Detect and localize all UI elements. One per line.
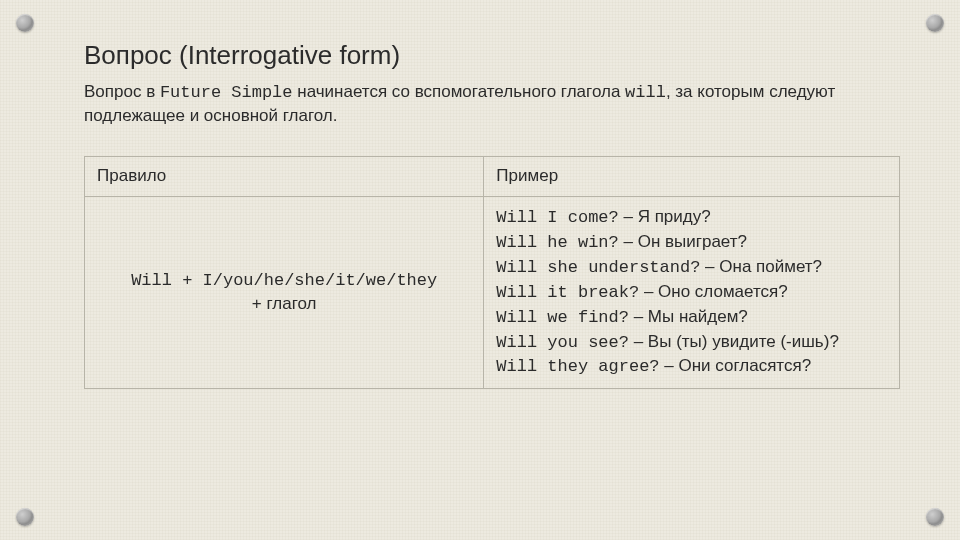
example-line: Will you see? – Вы (ты) увидите (-ишь)? [496, 331, 887, 355]
page-title: Вопрос (Interrogative form) [84, 40, 900, 71]
corner-pin-br [926, 508, 944, 526]
intro-paragraph: Вопрос в Future Simple начинается со всп… [84, 81, 900, 128]
intro-text-2: начинается со вспомогательного глагола [293, 82, 626, 101]
example-trans: – Оно сломается? [639, 282, 788, 301]
table-row: Will + I/you/he/she/it/we/they + глагол … [85, 196, 900, 389]
rule-line-2: + глагол [252, 294, 317, 313]
example-trans: – Я приду? [619, 207, 711, 226]
corner-pin-tl [16, 14, 34, 32]
intro-future-simple: Future Simple [160, 83, 293, 102]
example-mono: Will you see? [496, 333, 629, 352]
rule-line-1: Will + I/you/he/she/it/we/they [131, 271, 437, 290]
intro-will: will [625, 83, 666, 102]
corner-pin-bl [16, 508, 34, 526]
table-header-row: Правило Пример [85, 156, 900, 196]
example-mono: Will I come? [496, 208, 618, 227]
example-mono: Will she understand? [496, 258, 700, 277]
corner-pin-tr [926, 14, 944, 32]
example-mono: Will he win? [496, 233, 618, 252]
example-trans: – Мы найдем? [629, 307, 748, 326]
example-trans: – Он выиграет? [619, 232, 747, 251]
example-trans: – Вы (ты) увидите (-ишь)? [629, 332, 839, 351]
example-line: Will I come? – Я приду? [496, 206, 887, 230]
example-mono: Will they agree? [496, 357, 659, 376]
example-line: Will they agree? – Они согласятся? [496, 355, 887, 379]
example-line: Will we find? – Мы найдем? [496, 306, 887, 330]
header-example: Пример [484, 156, 900, 196]
example-mono: Will it break? [496, 283, 639, 302]
example-mono: Will we find? [496, 308, 629, 327]
example-trans: – Она поймет? [700, 257, 822, 276]
rule-cell: Will + I/you/he/she/it/we/they + глагол [85, 196, 484, 389]
example-cell: Will I come? – Я приду? Will he win? – О… [484, 196, 900, 389]
intro-text-1: Вопрос в [84, 82, 160, 101]
example-line: Will he win? – Он выиграет? [496, 231, 887, 255]
example-line: Will she understand? – Она поймет? [496, 256, 887, 280]
example-trans: – Они согласятся? [660, 356, 812, 375]
grammar-table: Правило Пример Will + I/you/he/she/it/we… [84, 156, 900, 390]
slide-content: Вопрос (Interrogative form) Вопрос в Fut… [84, 40, 900, 389]
header-rule: Правило [85, 156, 484, 196]
example-line: Will it break? – Оно сломается? [496, 281, 887, 305]
